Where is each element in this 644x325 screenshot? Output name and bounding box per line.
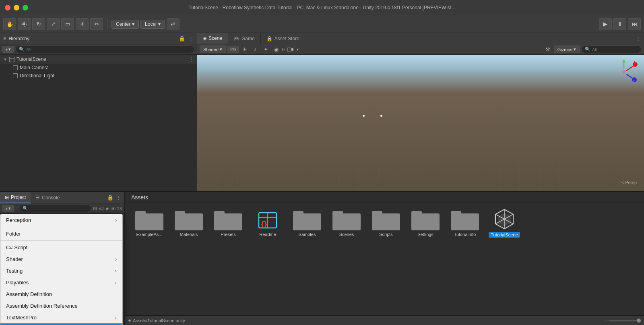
app-root: TutorialScene - Roboflow Synthetic Data … <box>0 0 644 325</box>
ctx-assembly-def-item[interactable]: Assembly Definition <box>0 288 122 300</box>
asset-presets-label: Presets <box>221 232 235 237</box>
ctx-testing-item[interactable]: Testing › <box>0 265 122 277</box>
ctx-shader-text: Shader <box>6 256 23 262</box>
hierarchy-add-btn[interactable]: + ▾ <box>2 46 14 53</box>
game-tab-icon2: 🎮 <box>233 36 239 41</box>
top-row: ≡ Hierarchy 🔒 ⋮ + ▾ 🔍 All <box>0 33 644 192</box>
console-main-tab[interactable]: ☰ Console <box>31 192 64 203</box>
asset-presets[interactable]: Presets <box>210 208 246 237</box>
hierarchy-search-glass: 🔍 <box>19 47 25 52</box>
shaded-dropdown-btn[interactable]: Shaded ▾ <box>200 46 226 53</box>
folder-icon-presets <box>214 208 242 230</box>
asset-store-tab-icon2: 🔒 <box>266 36 272 41</box>
scene-wrench-btn[interactable]: ⚒ <box>543 46 552 54</box>
proj-filter2[interactable]: 🏷 <box>99 206 103 211</box>
scale-tool[interactable]: ⤢ <box>47 18 60 30</box>
scene-search-box[interactable]: 🔍 All <box>581 46 642 53</box>
move-tool[interactable] <box>18 18 31 30</box>
proj-star-btn[interactable]: ★ <box>105 206 109 211</box>
proj-more-btn[interactable]: ⋮ <box>116 195 121 201</box>
asset-scripts[interactable]: Scripts <box>368 208 404 237</box>
svg-rect-3 <box>13 66 18 70</box>
scene-visibility-btn[interactable]: ◉ <box>272 46 281 54</box>
custom-tool[interactable]: ✂ <box>90 18 103 30</box>
scene-cam-btn[interactable] <box>286 46 295 54</box>
rotate-tool[interactable]: ↻ <box>32 18 45 30</box>
asset-example-as[interactable]: ExampleAs... <box>131 208 167 237</box>
visibility-zero: 0 <box>282 47 285 52</box>
game-view-tab[interactable]: 🎮 Game <box>228 33 261 44</box>
2d-button[interactable]: 2D <box>227 46 239 53</box>
hierarchy-scene-row[interactable]: ▼ TutorialScene ⋮ <box>0 55 197 64</box>
hand-tool[interactable]: ✋ <box>3 18 16 30</box>
gizmos-btn[interactable]: Gizmos ▾ <box>554 46 580 53</box>
asset-materials[interactable]: Materials <box>171 208 207 237</box>
console-tab-text: Console <box>42 195 60 201</box>
collab-tool[interactable]: ⇄ <box>167 18 180 30</box>
project-main-tab[interactable]: ⊞ Project <box>0 192 31 203</box>
scene-light-btn[interactable]: ☀ <box>240 46 249 54</box>
zoom-slider-track[interactable] <box>609 320 641 321</box>
ctx-textmeshpro-chevron: › <box>115 315 117 321</box>
scene-viewport[interactable]: x z < Persp <box>197 55 644 191</box>
hierarchy-dots-btn[interactable]: ⋮ <box>188 35 194 41</box>
transform-tool[interactable]: ✳ <box>76 18 89 30</box>
step-button[interactable]: ⏭ <box>628 18 641 30</box>
project-panel-add-btn[interactable]: + ▾ <box>2 205 14 212</box>
ctx-playables-item[interactable]: Playables › <box>0 277 122 288</box>
asset-samples[interactable]: Samples <box>289 208 325 237</box>
pause-button[interactable]: ⏸ <box>613 18 626 30</box>
scene-search-all: All <box>592 47 597 52</box>
proj-filter1[interactable]: ⊞ <box>93 206 97 211</box>
svg-marker-9 <box>622 59 625 62</box>
ctx-textmeshpro-item[interactable]: TextMeshPro › <box>0 312 122 323</box>
readme-unity-icon: {} <box>257 209 278 230</box>
svg-rect-7 <box>197 110 644 191</box>
asset-store-tab[interactable]: 🔒 Asset Store <box>261 33 305 44</box>
ctx-folder-item[interactable]: Folder <box>0 228 122 240</box>
gizmo-axes: x z <box>609 58 638 87</box>
scene-view-tab[interactable]: ◈ Scene <box>197 33 228 44</box>
close-button[interactable] <box>5 5 10 10</box>
ctx-csharp-item[interactable]: C# Script <box>0 242 122 253</box>
asset-readme[interactable]: {} Readme <box>250 208 286 237</box>
project-sidebar: ⊞ Project ☰ Console 🔒 ⋮ + <box>0 192 125 325</box>
directional-light-row[interactable]: Directional Light <box>0 72 197 80</box>
ctx-assembly-def-ref-item[interactable]: Assembly Definition Reference <box>0 300 122 312</box>
hierarchy-search-field[interactable]: 🔍 All <box>15 46 194 53</box>
project-panel-search[interactable]: 🔍 <box>19 205 91 212</box>
asset-scripts-label: Scripts <box>379 232 393 237</box>
scene-row-dots[interactable]: ⋮ <box>189 56 194 62</box>
readme-icon-wrapper: {} <box>254 208 282 230</box>
ctx-perception-item[interactable]: Perception › <box>0 214 122 226</box>
zoom-slider-thumb[interactable] <box>637 319 641 323</box>
asset-scenes[interactable]: Scenes <box>328 208 365 237</box>
ctx-testing-text: Testing <box>6 268 23 274</box>
maximize-button[interactable] <box>23 5 28 10</box>
asset-tutorialscene[interactable]: TutorialScene <box>486 208 522 238</box>
scene-audio-btn[interactable]: ♪ <box>251 46 260 54</box>
minimize-button[interactable] <box>14 5 19 10</box>
asset-tutorialscene-label: TutorialScene <box>489 232 520 238</box>
hierarchy-panel: ≡ Hierarchy 🔒 ⋮ + ▾ 🔍 All <box>0 33 197 191</box>
scene-tabs-overflow[interactable]: ⋮ <box>632 35 644 41</box>
center-dropdown[interactable]: Center▾ <box>111 20 139 29</box>
local-dropdown[interactable]: Local▾ <box>140 20 165 29</box>
asset-tutorialinfo[interactable]: TutorialInfo <box>447 208 483 237</box>
svg-rect-5 <box>287 48 291 51</box>
ctx-csharp-text: C# Script <box>6 244 27 250</box>
toolbar-sep <box>107 19 107 29</box>
scene-panel: ◈ Scene 🎮 Game 🔒 Asset Store ⋮ <box>197 33 644 191</box>
proj-tab-actions: 🔒 ⋮ <box>107 195 124 201</box>
hierarchy-lock-btn[interactable]: 🔒 <box>179 35 185 41</box>
ctx-scene-item[interactable]: Scene <box>0 323 122 325</box>
ctx-shader-item[interactable]: Shader › <box>0 253 122 265</box>
main-camera-row[interactable]: Main Camera <box>0 64 197 72</box>
asset-settings[interactable]: Settings <box>407 208 444 237</box>
proj-lock-btn[interactable]: 🔒 <box>107 195 114 201</box>
scene-fx-btn[interactable]: ✦ <box>261 46 270 54</box>
rect-tool[interactable]: ▭ <box>61 18 74 30</box>
folder-icon-scripts <box>372 208 400 230</box>
asset-samples-label: Samples <box>299 232 316 237</box>
play-button[interactable]: ▶ <box>599 18 612 30</box>
